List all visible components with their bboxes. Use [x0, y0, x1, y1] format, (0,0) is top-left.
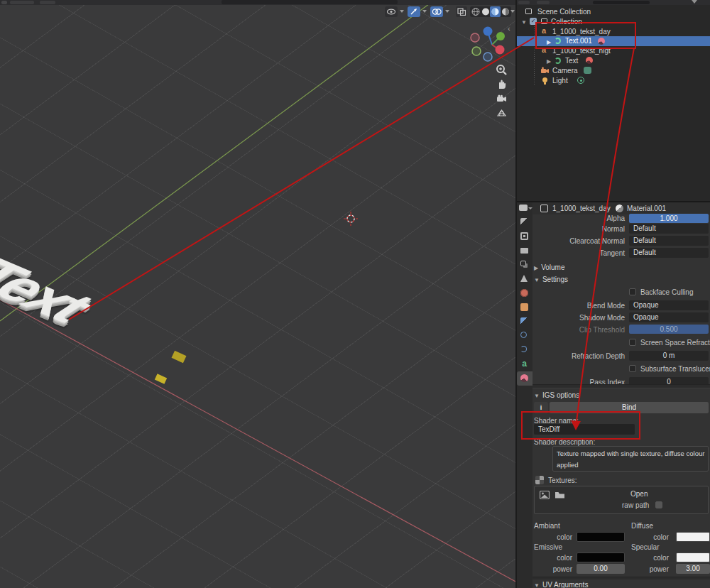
text-data-icon: a: [542, 26, 546, 36]
filter-icon[interactable]: [692, 0, 697, 4]
editor-type-icon[interactable]: [1, 1, 7, 4]
gizmo-neg-x-axis[interactable]: [471, 33, 479, 42]
disclosure-triangle-icon[interactable]: ▼: [521, 18, 527, 27]
image-icon[interactable]: [540, 491, 550, 499]
shadow-mode-dropdown[interactable]: Opaque: [629, 312, 709, 322]
ambiant-label: Ambiant: [534, 522, 560, 530]
material-icon[interactable]: [586, 57, 593, 64]
pan-tool[interactable]: [495, 77, 508, 91]
normal-label: Normal: [511, 224, 625, 234]
menu-bar-sliver[interactable]: [10, 1, 34, 4]
outliner-row-tekst-nigt[interactable]: a 1_1000_tekst_nigt: [517, 46, 710, 55]
settings-panel-header[interactable]: ▼Settings: [534, 276, 568, 284]
gizmos-toggle-button[interactable]: [408, 6, 420, 17]
expand-triangle-icon[interactable]: ▶: [547, 57, 551, 66]
info-icon[interactable]: i: [534, 402, 548, 413]
bind-button[interactable]: Bind: [550, 402, 709, 413]
clip-threshold-slider[interactable]: 0.500: [629, 325, 709, 334]
tab-view-layer[interactable]: [517, 258, 532, 272]
outliner-search-input[interactable]: [593, 1, 650, 4]
raw-path-checkbox[interactable]: [655, 501, 662, 508]
outliner-display-mode[interactable]: [537, 1, 550, 4]
clearcoat-normal-label: Clearcoat Normal: [511, 236, 625, 246]
volume-panel-header[interactable]: ▶Volume: [534, 263, 565, 272]
folder-icon[interactable]: [555, 491, 565, 499]
backface-culling-checkbox[interactable]: [629, 288, 636, 295]
outliner-row-camera[interactable]: Camera: [517, 66, 710, 75]
properties-editor: a 1_1000_tekst_day Material.001 Alpha 1.…: [517, 202, 710, 588]
refraction-depth-field[interactable]: 0 m: [629, 351, 709, 361]
breadcrumb-material[interactable]: Material.001: [627, 204, 666, 213]
clearcoat-normal-field[interactable]: Default: [629, 236, 709, 246]
outliner-row-tekst-day[interactable]: a 1_1000_tekst_day: [517, 27, 710, 36]
shader-name-input[interactable]: TexDiff: [534, 424, 635, 435]
viewport-3d[interactable]: Text: [0, 0, 517, 588]
gizmo-neg-y-axis[interactable]: [472, 47, 481, 55]
camera-data-icon[interactable]: [584, 67, 591, 74]
outliner-row-text-001[interactable]: ▶ Text.001: [517, 36, 710, 46]
backface-culling-label: Backface Culling: [640, 288, 693, 297]
outliner-row-collection[interactable]: ▼ ✓ Collection: [517, 17, 710, 26]
subsurface-translucency-checkbox[interactable]: [629, 365, 636, 372]
light-data-dot: [580, 80, 582, 82]
alpha-label: Alpha: [511, 214, 625, 223]
chevron-down-icon[interactable]: [510, 10, 515, 13]
specular-power-field[interactable]: 3.00: [676, 564, 710, 574]
outliner-row-light[interactable]: Light: [517, 76, 710, 85]
shading-wireframe-button[interactable]: [471, 7, 481, 18]
uv-arguments-panel-header[interactable]: ▼UV Arguments: [534, 581, 588, 588]
row-label: 1_1000_tekst_nigt: [552, 46, 611, 55]
material-icon[interactable]: [598, 38, 605, 45]
wireframe-sphere-icon: [471, 7, 481, 16]
diffuse-color-swatch[interactable]: [676, 532, 710, 542]
gizmo-z-axis[interactable]: [484, 27, 493, 36]
igs-header-label: IGS options: [542, 391, 579, 399]
row-label: Text.001: [565, 36, 592, 46]
blend-mode-label: Blend Mode: [511, 301, 625, 310]
tab-scene[interactable]: [517, 272, 532, 286]
collection-checkbox[interactable]: ✓: [530, 18, 537, 25]
gizmo-x-axis[interactable]: [496, 45, 505, 55]
tab-world[interactable]: [517, 286, 532, 300]
shading-material-button[interactable]: [490, 6, 501, 17]
collection-icon: [541, 18, 547, 24]
igs-options-panel-header[interactable]: ▼IGS options: [534, 391, 579, 400]
open-button[interactable]: Open: [630, 490, 648, 498]
emissive-power-field[interactable]: 0.00: [577, 564, 625, 574]
light-object-icon: [542, 77, 547, 82]
xray-toggle-button[interactable]: [456, 6, 467, 17]
emissive-color-swatch[interactable]: [577, 552, 625, 562]
outliner-row-text[interactable]: ▶ Text: [517, 56, 710, 65]
mode-dropdown-sliver[interactable]: [40, 1, 55, 4]
grid-icon: [495, 107, 508, 120]
breadcrumb-object[interactable]: 1_1000_tekst_day: [552, 204, 611, 213]
shading-solid-button[interactable]: [481, 7, 491, 18]
visibility-dropdown-button[interactable]: [385, 6, 398, 17]
camera-view-tool[interactable]: [495, 92, 508, 106]
editor-type-selector[interactable]: [519, 205, 528, 211]
shading-rendered-button[interactable]: [501, 7, 510, 18]
object-icon: [540, 205, 548, 212]
orthographic-toggle[interactable]: [495, 107, 508, 120]
normal-field[interactable]: Default: [629, 224, 709, 234]
navigation-gizmo[interactable]: [466, 23, 511, 64]
specular-color-swatch[interactable]: [676, 552, 710, 562]
ambiant-color-swatch[interactable]: [577, 532, 625, 542]
collapsed-triangle-icon: ▶: [534, 265, 538, 271]
tangent-field[interactable]: Default: [629, 248, 709, 258]
gizmo-neg-z-axis[interactable]: [484, 53, 492, 61]
overlays-toggle-button[interactable]: [430, 6, 443, 17]
chevron-down-icon[interactable]: [422, 10, 427, 13]
zoom-tool[interactable]: [495, 63, 508, 77]
outliner-editor-type-icon[interactable]: [518, 1, 530, 4]
scene-icon: [520, 275, 528, 282]
screen-space-refraction-checkbox[interactable]: [629, 339, 636, 346]
blend-mode-dropdown[interactable]: Opaque: [629, 300, 709, 310]
textures-box: Open raw path: [534, 486, 709, 514]
outliner-row-scene-collection[interactable]: Scene Collection: [517, 7, 710, 16]
textures-label: Textures:: [548, 477, 577, 485]
alpha-slider[interactable]: 1.000: [629, 214, 709, 223]
chevron-down-icon[interactable]: [445, 10, 449, 13]
chevron-down-icon[interactable]: [400, 10, 404, 13]
gizmo-y-axis[interactable]: [496, 32, 505, 40]
